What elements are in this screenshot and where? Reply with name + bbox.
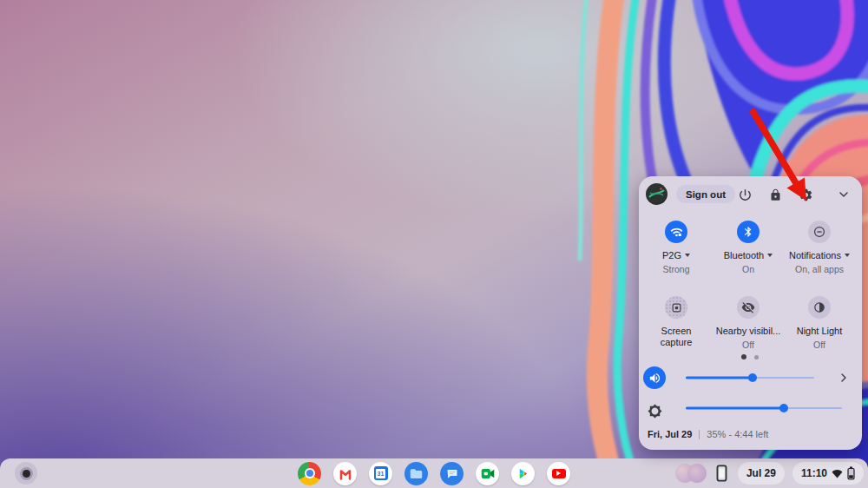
tile-night-light[interactable]: Night Light Off [785, 296, 854, 350]
app-chrome[interactable] [298, 462, 321, 485]
audio-settings-button[interactable] [833, 366, 854, 389]
network-tile-circle [665, 221, 687, 243]
app-calendar[interactable]: 31 [369, 462, 392, 485]
app-gmail[interactable] [333, 462, 357, 485]
notifications-tile-circle [808, 221, 831, 243]
brightness-slider-fill [686, 407, 784, 410]
notifications-tile-label: Notifications [789, 250, 841, 261]
brightness-slider[interactable] [686, 403, 842, 413]
caret-down-icon [685, 254, 690, 257]
play-store-icon [516, 466, 530, 481]
shelf-time: 11:10 [801, 467, 827, 479]
calendar-icon: 31 [374, 466, 388, 480]
screen-capture-tile-circle [665, 296, 687, 319]
night-light-tile-sublabel: Off [813, 340, 825, 350]
app-messages[interactable] [440, 462, 464, 485]
screen-capture-tile-label: Screen capture [652, 326, 700, 347]
battery-icon [847, 466, 855, 480]
calendar-day: 31 [376, 469, 385, 478]
notifications-tile-sublabel: On, all apps [795, 264, 844, 274]
chromeos-desktop: Sign out [0, 0, 868, 488]
volume-slider[interactable] [686, 373, 814, 383]
wifi-lock-icon [670, 226, 683, 239]
nearby-visibility-tile-circle [737, 296, 760, 319]
tile-nearby-visibility[interactable]: Nearby visibil... Off [713, 296, 783, 350]
app-play-store[interactable] [511, 462, 535, 485]
nearby-visibility-tile-label: Nearby visibil... [716, 326, 781, 337]
volume-slider-thumb[interactable] [748, 373, 757, 382]
tile-pagination [726, 354, 774, 359]
status-area-button[interactable]: 11:10 [792, 462, 864, 485]
brightness-slider-thumb[interactable] [779, 404, 788, 412]
user-avatar[interactable] [646, 183, 667, 205]
tile-network[interactable]: P2G Strong [641, 221, 711, 274]
collapse-panel-button[interactable] [835, 186, 852, 203]
brightness-icon [647, 403, 662, 419]
shelf-date: Jul 29 [746, 467, 776, 479]
sign-out-button[interactable]: Sign out [676, 185, 735, 203]
network-tile-sublabel: Strong [663, 264, 690, 274]
battery-fill [849, 475, 853, 478]
volume-slider-fill [686, 377, 753, 379]
screen-capture-icon [670, 301, 683, 314]
bluetooth-tile-label: Bluetooth [724, 250, 764, 261]
power-button[interactable] [736, 186, 753, 203]
network-tile-label: P2G [662, 250, 681, 261]
tile-screen-capture[interactable]: Screen capture [641, 296, 711, 347]
youtube-icon [552, 469, 566, 478]
phone-hub-button[interactable] [714, 463, 730, 484]
wifi-icon [832, 469, 843, 478]
night-light-tile-label: Night Light [797, 326, 843, 337]
bluetooth-tile-circle [737, 221, 760, 243]
page-dot-1[interactable] [741, 354, 746, 359]
lock-screen-button[interactable] [766, 186, 784, 203]
footer-battery-status: 35% - 4:44 left [707, 429, 768, 439]
status-tray: Jul 29 11:10 [675, 462, 864, 485]
tile-notifications[interactable]: Notifications On, all apps [785, 221, 854, 274]
app-youtube[interactable] [547, 462, 570, 485]
chevron-right-icon [837, 371, 851, 385]
footer-date: Fri, Jul 29 [648, 429, 692, 439]
do-not-disturb-icon [812, 225, 826, 239]
gmail-icon [338, 465, 353, 481]
app-meet[interactable] [476, 462, 499, 485]
bluetooth-tile-sublabel: On [742, 264, 754, 274]
bluetooth-icon [742, 226, 754, 238]
holding-space-button[interactable] [675, 464, 707, 483]
settings-gear-icon [799, 188, 813, 202]
files-icon [404, 462, 428, 485]
nearby-visibility-tile-sublabel: Off [742, 340, 754, 350]
app-files[interactable] [404, 462, 428, 485]
volume-up-icon [648, 372, 661, 385]
night-light-icon [812, 300, 826, 314]
caret-down-icon [845, 254, 850, 257]
tile-bluetooth[interactable]: Bluetooth On [713, 221, 783, 274]
avatar-art [646, 183, 667, 205]
messages-icon [440, 462, 464, 485]
lock-icon [769, 188, 782, 201]
chevron-down-icon [837, 188, 851, 201]
date-chip[interactable]: Jul 29 [738, 462, 785, 485]
settings-gear-button[interactable] [797, 186, 814, 203]
chrome-icon [298, 462, 321, 485]
quick-settings-header: Sign out [639, 176, 862, 211]
sign-out-label: Sign out [686, 189, 726, 200]
page-dot-2[interactable] [754, 355, 759, 359]
phone-icon [716, 465, 727, 482]
caret-down-icon [767, 254, 773, 257]
quick-settings-panel: Sign out [639, 176, 862, 450]
meet-icon [481, 468, 495, 479]
volume-mute-button[interactable] [643, 366, 666, 389]
holding-space-item-icon [687, 464, 707, 483]
quick-settings-footer: Fri, Jul 29 35% - 4:44 left [648, 425, 853, 443]
night-light-tile-circle [808, 296, 831, 319]
visibility-off-icon [741, 300, 755, 314]
footer-divider [699, 430, 700, 439]
power-icon [738, 188, 753, 202]
shelf: 31 [0, 458, 868, 488]
